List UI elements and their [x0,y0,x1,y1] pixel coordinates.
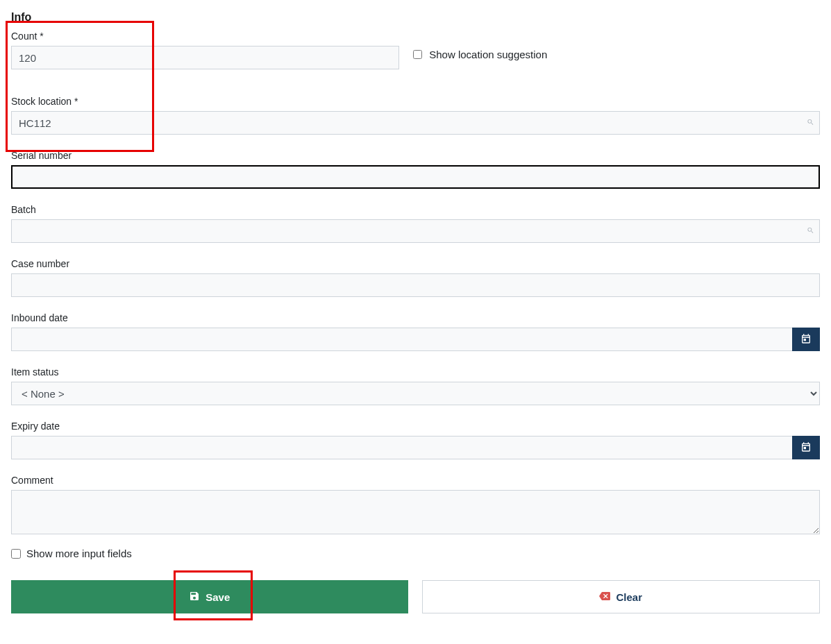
stock-location-label: Stock location * [11,96,820,107]
comment-label: Comment [11,475,820,486]
count-label: Count * [11,31,399,42]
show-location-suggestion-checkbox[interactable] [413,50,422,59]
batch-label: Batch [11,204,820,215]
save-button-label: Save [205,591,230,603]
serial-number-label: Serial number [11,150,820,161]
stock-location-input[interactable] [11,111,820,135]
item-status-label: Item status [11,366,820,378]
clear-icon [599,591,610,604]
calendar-icon [800,441,812,455]
show-more-fields-label: Show more input fields [26,548,132,559]
case-number-label: Case number [11,258,820,269]
serial-number-input[interactable] [11,165,820,189]
calendar-icon [800,333,812,346]
comment-textarea[interactable] [11,490,820,534]
clear-button[interactable]: Clear [422,580,821,613]
batch-input[interactable] [11,219,820,243]
section-title: Info [11,11,820,24]
inbound-date-input[interactable] [11,328,792,351]
item-status-select[interactable]: < None > [11,382,820,405]
expiry-date-label: Expiry date [11,421,820,432]
inbound-date-calendar-button[interactable] [792,328,820,351]
expiry-date-input[interactable] [11,436,792,459]
inbound-date-label: Inbound date [11,312,820,323]
save-button[interactable]: Save [11,580,408,613]
case-number-input[interactable] [11,273,820,297]
clear-button-label: Clear [616,591,642,603]
form-container: Info Count * Show location suggestion St… [11,11,820,613]
expiry-date-calendar-button[interactable] [792,436,820,459]
show-location-suggestion-label: Show location suggestion [429,49,547,60]
count-input[interactable] [11,46,399,69]
save-icon [189,591,200,604]
show-more-fields-checkbox[interactable] [11,549,21,559]
